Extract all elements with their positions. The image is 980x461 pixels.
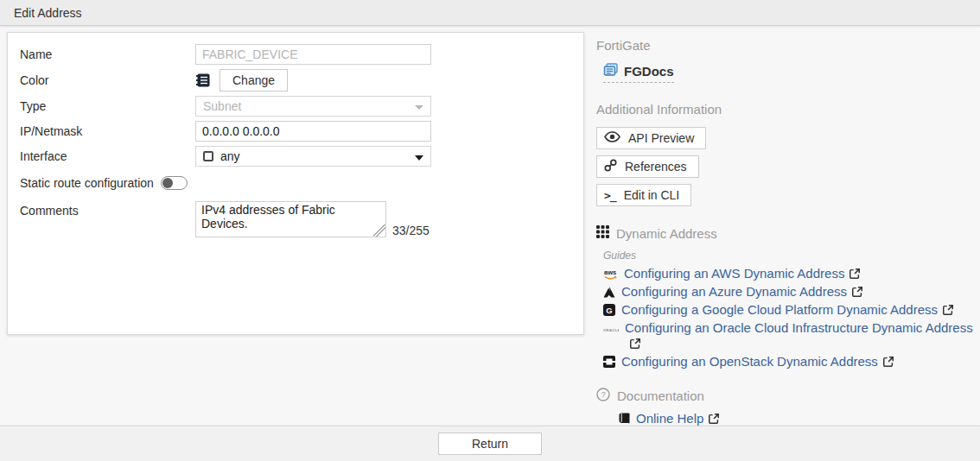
titlebar: Edit Address: [0, 0, 980, 26]
ip-netmask-row: IP/Netmask: [20, 121, 583, 142]
guide-link-azure: Configuring an Azure Dynamic Address: [603, 284, 973, 301]
fgdocs-link[interactable]: FGDocs: [603, 63, 674, 83]
static-route-label: Static route configuration: [20, 176, 154, 190]
azure-icon: [603, 286, 615, 301]
ip-netmask-label: IP/Netmask: [20, 124, 195, 138]
google-cloud-icon: G: [603, 304, 615, 319]
comments-char-counter: 33/255: [392, 224, 430, 237]
name-label: Name: [20, 47, 195, 61]
references-button[interactable]: References: [596, 155, 699, 178]
toggle-knob: [162, 178, 173, 188]
interface-value: any: [220, 149, 240, 163]
external-link-icon: [851, 286, 863, 301]
return-button[interactable]: Return: [438, 433, 542, 455]
aws-icon: aws: [603, 268, 618, 283]
guide-link-aws: aws Configuring an AWS Dynamic Address: [603, 266, 973, 283]
comments-row: Comments IPv4 addresses of Fabric Device…: [20, 201, 583, 237]
external-link-icon: [849, 268, 861, 283]
fortigate-section-title: FortiGate: [596, 38, 973, 53]
static-route-toggle[interactable]: [161, 176, 188, 190]
external-link-icon: [882, 356, 894, 371]
address-color-swatch-icon: [195, 73, 211, 88]
any-interface-icon: [203, 151, 213, 161]
chevron-down-icon: [415, 105, 423, 110]
openstack-icon: [603, 356, 615, 371]
additional-info-buttons: API Preview References >_ Edit in CLI: [596, 127, 973, 206]
svg-text:?: ?: [601, 389, 606, 399]
color-label: Color: [20, 73, 195, 87]
dynamic-address-section-title: Dynamic Address: [596, 225, 973, 241]
info-sidebar: FortiGate FGDocs Additional Information: [596, 38, 973, 447]
cli-icon: >_: [604, 189, 616, 202]
oracle-icon: ORACLE: [603, 322, 619, 338]
svg-text:aws: aws: [604, 268, 616, 276]
fgdocs-icon: [603, 63, 619, 79]
name-row: Name: [20, 44, 583, 65]
fgdocs-label: FGDocs: [624, 64, 674, 79]
guide-link-openstack: Configuring an OpenStack Dynamic Address: [603, 354, 973, 371]
svg-text:ORACLE: ORACLE: [603, 328, 619, 332]
footer-bar: Return: [0, 426, 980, 461]
external-link-icon: [942, 304, 954, 319]
guide-link[interactable]: Configuring an Azure Dynamic Address: [621, 284, 847, 299]
name-input[interactable]: [195, 44, 431, 65]
page-title: Edit Address: [14, 6, 82, 20]
type-select: Subnet: [195, 96, 431, 117]
comments-label: Comments: [20, 201, 195, 218]
documentation-section-title: ? Documentation: [596, 388, 973, 404]
guide-link[interactable]: Configuring an OpenStack Dynamic Address: [621, 354, 878, 369]
guide-link[interactable]: Configuring a Google Cloud Platform Dyna…: [621, 302, 938, 317]
change-color-button[interactable]: Change: [220, 69, 288, 92]
guide-link[interactable]: Configuring an Oracle Cloud Infrastructu…: [625, 320, 973, 335]
guide-link-google: G Configuring a Google Cloud Platform Dy…: [603, 302, 973, 319]
grid-icon: [596, 225, 609, 241]
ip-netmask-input[interactable]: [195, 121, 431, 142]
guide-link[interactable]: Configuring an AWS Dynamic Address: [624, 266, 844, 281]
chevron-down-icon: [415, 155, 423, 161]
comments-textarea[interactable]: IPv4 addresses of Fabric Devices.: [195, 201, 386, 237]
color-row: Color Change: [20, 69, 583, 92]
interface-label: Interface: [20, 149, 195, 163]
svg-text:G: G: [606, 306, 612, 315]
question-circle-icon: ?: [596, 388, 610, 404]
interface-row: Interface any: [20, 146, 583, 167]
external-link-icon: [629, 338, 641, 353]
static-route-row: Static route configuration: [20, 173, 583, 193]
edit-in-cli-button[interactable]: >_ Edit in CLI: [596, 184, 691, 206]
edit-address-form: Name Color Change Type Subnet IP/Netmask: [7, 32, 584, 335]
eye-icon: [604, 131, 620, 145]
doc-link[interactable]: Online Help: [636, 411, 703, 426]
guide-link-oracle: ORACLE Configuring an Oracle Cloud Infra…: [603, 320, 973, 353]
link-icon: [604, 159, 617, 174]
api-preview-button[interactable]: API Preview: [596, 127, 706, 149]
type-row: Type Subnet: [20, 96, 583, 117]
additional-info-section-title: Additional Information: [596, 102, 973, 117]
type-label: Type: [20, 99, 195, 113]
type-value: Subnet: [203, 99, 241, 113]
guides-label: Guides: [603, 249, 973, 262]
interface-select[interactable]: any: [195, 146, 431, 167]
